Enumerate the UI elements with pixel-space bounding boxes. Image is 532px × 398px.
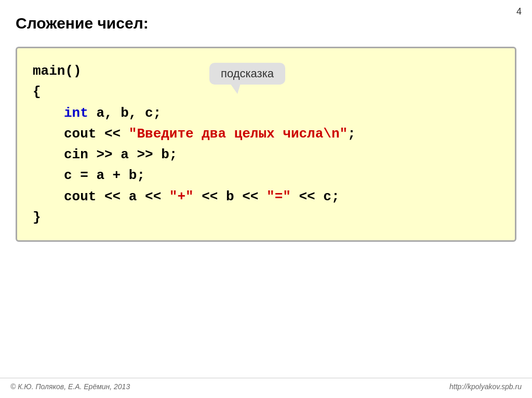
code-line-4: cout << "Введите два целых числа\n"; [33,123,499,144]
footer: © К.Ю. Поляков, Е.А. Ерёмин, 2013 http:/… [0,378,532,391]
string-val-1: "Введите два целых числа\n" [129,126,348,142]
footer-url: http://kpolyakov.spb.ru [449,382,522,391]
footer-copyright: © К.Ю. Поляков, Е.А. Ерёмин, 2013 [10,382,130,391]
string-val-2: "+" [169,189,194,204]
code-line-3: int a, b, c; [33,103,499,123]
code-line-5: cin >> a >> b; [33,144,499,165]
page-number: 4 [516,6,522,17]
code-line-7: cout << a << "+" << b << "=" << c; [33,186,499,207]
string-val-3: "=" [267,189,291,204]
code-line-6: c = a + b; [33,165,499,186]
code-line-2: { [33,81,499,102]
slide-title: Сложение чисел: [16,15,149,32]
tooltip-bubble: подсказка [209,63,285,85]
code-line-8: } [33,207,499,228]
keyword-int: int [64,105,88,121]
code-box: подсказка main() { int a, b, c; cout << … [16,47,516,242]
code-content: main() { int a, b, c; cout << "Введите д… [33,61,499,228]
